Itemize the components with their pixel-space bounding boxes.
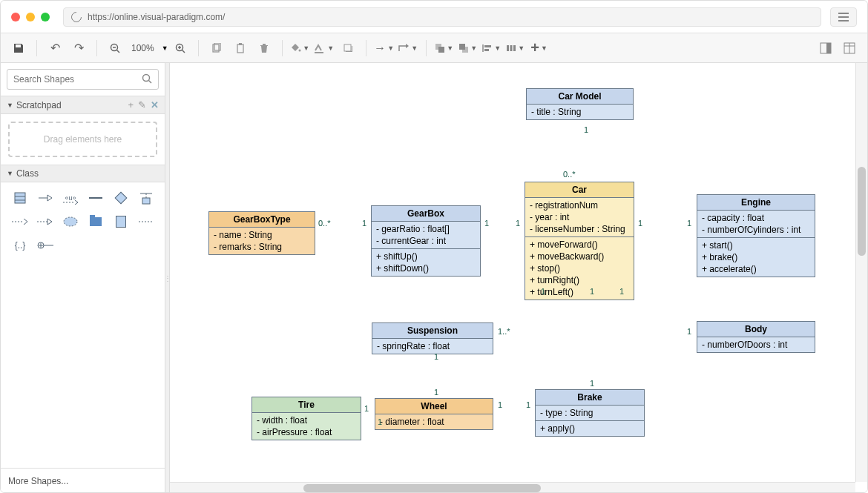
waypoint-button[interactable]: ▼	[398, 38, 418, 59]
vertical-scrollbar[interactable]	[855, 63, 867, 482]
mult: 0..*	[563, 170, 576, 179]
minimize-button[interactable]	[26, 13, 35, 21]
menu-button[interactable]	[830, 7, 857, 27]
svg-rect-15	[438, 47, 444, 53]
mult: 1	[584, 125, 588, 134]
class-brake[interactable]: Brake - type : String + apply()	[535, 389, 645, 437]
class-wheel[interactable]: Wheel - diameter : float	[375, 398, 493, 430]
svg-line-4	[182, 50, 185, 53]
svg-point-29	[143, 74, 150, 81]
delete-button[interactable]	[254, 38, 274, 59]
svg-rect-19	[484, 45, 491, 47]
mult: 1	[434, 388, 438, 397]
url-text: https://online.visual-paradigm.com/	[88, 12, 225, 22]
class-panel-label: Class	[16, 168, 39, 179]
class-car-model[interactable]: Car Model - title : String	[526, 88, 634, 120]
svg-rect-17	[459, 44, 465, 50]
shape-note[interactable]	[111, 214, 131, 230]
add-button[interactable]: +▼	[529, 38, 550, 59]
search-icon[interactable]	[142, 73, 152, 86]
shape-constraint[interactable]: {..}	[10, 237, 30, 254]
maximize-button[interactable]	[41, 13, 50, 21]
zoom-value[interactable]: 100%	[127, 43, 159, 53]
mult: 1	[498, 400, 502, 409]
class-car[interactable]: Car - registrationNum - year : int - lic…	[525, 182, 634, 300]
horizontal-scrollbar[interactable]	[170, 482, 855, 493]
shape-usage[interactable]: «u»	[60, 190, 81, 206]
zoom-in-button[interactable]	[170, 38, 191, 59]
copy-button[interactable]	[206, 38, 227, 59]
shape-generalization[interactable]	[35, 190, 56, 206]
shape-nary[interactable]	[111, 190, 131, 206]
mult: 1	[364, 404, 369, 413]
connector-button[interactable]: →▼	[374, 38, 395, 59]
svg-rect-10	[239, 43, 242, 45]
shape-dependency[interactable]	[10, 214, 30, 230]
align-button[interactable]: ▼	[481, 38, 502, 59]
scratchpad-label: Scratchpad	[16, 100, 62, 110]
class-body[interactable]: Body - numberOfDoors : int	[697, 321, 815, 353]
search-input[interactable]	[13, 74, 142, 85]
to-back-button[interactable]: ▼	[458, 38, 479, 59]
class-gearbox[interactable]: GearBox - gearRatio : float[] - currentG…	[371, 205, 481, 277]
drop-hint: Drag elements here	[44, 134, 122, 145]
shape-class[interactable]	[10, 190, 30, 206]
to-front-button[interactable]: ▼	[434, 38, 455, 59]
outline-panel-button[interactable]	[839, 38, 860, 59]
svg-rect-21	[507, 45, 509, 51]
collapse-icon: ▼	[7, 170, 13, 177]
diagram-canvas[interactable]: .edges:not(:last-of-type){display:none;}…	[170, 63, 855, 482]
class-panel-header[interactable]: ▼ Class	[1, 165, 165, 182]
mult: 1	[362, 219, 366, 228]
class-engine[interactable]: Engine - capacity : float - numberOfCyli…	[697, 194, 815, 277]
toolbar: ↶ ↷ 100%▼ ▼ ▼ →▼ ▼ ▼ ▼ ▼ ▼ +▼	[1, 33, 867, 63]
distribute-button[interactable]: ▼	[505, 38, 526, 59]
mult: 0..*	[318, 219, 331, 228]
close-icon[interactable]: ✕	[151, 99, 159, 110]
svg-rect-38	[142, 198, 150, 204]
mult: 1	[590, 379, 594, 388]
save-button[interactable]	[8, 38, 29, 59]
reload-icon[interactable]	[69, 10, 84, 24]
class-tire[interactable]: Tire - width : float - airPressure : flo…	[251, 397, 361, 440]
shape-association[interactable]	[85, 190, 106, 206]
undo-button[interactable]: ↶	[45, 38, 65, 59]
edit-icon[interactable]: ✎	[138, 99, 146, 110]
format-panel-button[interactable]	[815, 38, 836, 59]
zoom-out-button[interactable]	[105, 38, 125, 59]
window-chrome: https://online.visual-paradigm.com/	[1, 1, 867, 33]
sidebar: ▼ Scratchpad + ✎ ✕ Drag elements here ▼ …	[1, 63, 165, 493]
url-bar[interactable]: https://online.visual-paradigm.com/	[63, 7, 821, 27]
redo-button[interactable]: ↷	[68, 38, 89, 59]
scratchpad-header[interactable]: ▼ Scratchpad + ✎ ✕	[1, 96, 165, 114]
class-suspension[interactable]: Suspension - springRate : float	[372, 322, 493, 354]
svg-point-41	[64, 217, 77, 226]
shape-anchor[interactable]	[136, 214, 157, 230]
paste-button[interactable]	[230, 38, 251, 59]
svg-rect-25	[826, 43, 831, 53]
svg-rect-22	[510, 45, 513, 51]
mult: 1	[687, 219, 691, 228]
shape-containment[interactable]	[35, 237, 56, 254]
fill-button[interactable]: ▼	[290, 38, 311, 59]
shape-collaboration[interactable]	[60, 214, 81, 230]
stroke-button[interactable]: ▼	[314, 38, 335, 59]
shadow-button[interactable]	[338, 38, 358, 59]
mult: 1	[619, 287, 624, 296]
svg-rect-20	[484, 49, 489, 51]
svg-line-1	[117, 50, 120, 53]
close-button[interactable]	[11, 13, 20, 21]
svg-line-30	[149, 80, 152, 83]
class-gearboxtype[interactable]: GearBoxType - name : String - remarks : …	[208, 211, 315, 255]
chevron-down-icon: ▼	[162, 44, 168, 52]
mult: 1..*	[498, 327, 510, 336]
shape-package[interactable]	[85, 214, 106, 230]
shape-realization[interactable]	[35, 214, 56, 230]
svg-point-11	[299, 49, 301, 51]
search-shapes[interactable]	[7, 69, 159, 90]
more-shapes-button[interactable]: More Shapes...	[1, 468, 165, 493]
zoom-controls: 100%▼	[105, 38, 191, 59]
shape-assoc-class[interactable]	[136, 190, 157, 206]
scratchpad-dropzone[interactable]: Drag elements here	[8, 122, 157, 157]
add-icon[interactable]: +	[128, 99, 134, 110]
